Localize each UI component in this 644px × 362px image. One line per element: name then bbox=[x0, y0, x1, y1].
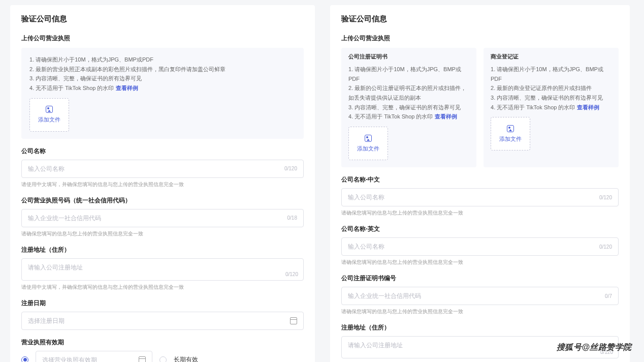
company-name-cn-label: 公司名称-中文 bbox=[341, 175, 619, 184]
calendar-icon bbox=[139, 356, 146, 362]
counter: 0/18 bbox=[287, 215, 297, 221]
validity-date-radio[interactable] bbox=[21, 356, 28, 362]
notice-item: 无不适用于 TikTok Shop 的水印 查看样例 bbox=[29, 83, 296, 93]
counter: 0/120 bbox=[599, 195, 612, 200]
notice-item: 最新的商业登记证原件的照片或扫描件 bbox=[491, 83, 611, 93]
company-name-en-hint: 请确保您填写的信息与您上传的营业执照信息完全一致 bbox=[341, 259, 619, 266]
cert-no-label: 公司注册证明书编号 bbox=[341, 274, 619, 283]
upload-file-button[interactable]: 添加文件 bbox=[491, 117, 530, 150]
right-address-label: 注册地址（住所） bbox=[341, 323, 619, 332]
company-name-hint: 请使用中文填写，并确保您填写的信息与您上传的营业执照信息完全一致 bbox=[21, 181, 304, 188]
left-notice-list: 请确保图片小于10M，格式为JPG、BMP或PDF 最新的营业执照正本或副本的彩… bbox=[29, 55, 296, 93]
counter: 0/120 bbox=[284, 166, 297, 171]
calendar-icon bbox=[290, 317, 297, 324]
company-name-label: 公司名称 bbox=[21, 147, 304, 156]
validity-date-input[interactable] bbox=[42, 356, 139, 362]
left-title: 验证公司信息 bbox=[21, 14, 304, 24]
biz-box-title: 商业登记证 bbox=[491, 53, 611, 61]
notice-item: 无不适用于 TikTok Shop 的水印 查看样例 bbox=[491, 103, 611, 112]
image-upload-icon bbox=[46, 106, 53, 113]
address-input-wrap[interactable]: 0/120 bbox=[21, 258, 304, 281]
upload-file-button[interactable]: 添加文件 bbox=[29, 98, 69, 132]
validity-permanent-label: 长期有效 bbox=[174, 355, 198, 362]
counter: 0/120 bbox=[285, 272, 298, 277]
validity-field: 营业执照有效期 长期有效 bbox=[21, 338, 304, 362]
company-name-cn-hint: 请确保您填写的信息与您上传的营业执照信息完全一致 bbox=[341, 209, 619, 217]
company-name-cn-input-wrap[interactable]: 0/120 bbox=[341, 188, 619, 206]
reg-date-input-wrap[interactable] bbox=[21, 312, 304, 330]
company-name-en-input-wrap[interactable]: 0/120 bbox=[341, 237, 619, 256]
notice-item: 最新的营业执照正本或副本的彩色照片或扫描件，黑白复印件请加盖公司鲜章 bbox=[29, 65, 296, 74]
right-title: 验证公司信息 bbox=[341, 14, 619, 24]
counter: 0/7 bbox=[605, 293, 612, 299]
image-upload-icon bbox=[507, 125, 514, 132]
validity-permanent-radio[interactable] bbox=[159, 356, 167, 362]
right-address-input[interactable] bbox=[348, 342, 612, 349]
license-code-input[interactable] bbox=[28, 215, 287, 222]
address-input[interactable] bbox=[28, 264, 297, 271]
license-code-field: 公司营业执照号码（统一社会信用代码） 0/18 请确保您填写的信息与您上传的营业… bbox=[21, 196, 304, 237]
notice-item: 请确保图片小于10M，格式为JPG、BMP或PDF bbox=[348, 65, 469, 83]
right-panel: 验证公司信息 上传公司营业执照 公司注册证明书 请确保图片小于10M，格式为JP… bbox=[330, 5, 630, 362]
left-notice-box: 请确保图片小于10M，格式为JPG、BMP或PDF 最新的营业执照正本或副本的彩… bbox=[21, 48, 304, 139]
right-upload-title: 上传公司营业执照 bbox=[341, 34, 619, 43]
cert-box-title: 公司注册证明书 bbox=[348, 53, 469, 61]
cert-no-input-wrap[interactable]: 0/7 bbox=[341, 287, 619, 305]
biz-notice-box: 商业登记证 请确保图片小于10M，格式为JPG、BMP或PDF 最新的商业登记证… bbox=[484, 48, 619, 167]
company-name-cn-field: 公司名称-中文 0/120 请确保您填写的信息与您上传的营业执照信息完全一致 bbox=[341, 175, 619, 217]
address-hint: 请使用中文填写，并确保您填写的信息与您上传的营业执照信息完全一致 bbox=[21, 284, 304, 291]
upload-label: 添加文件 bbox=[499, 135, 522, 143]
license-code-label: 公司营业执照号码（统一社会信用代码） bbox=[21, 196, 304, 205]
validity-date-input-wrap[interactable] bbox=[36, 351, 152, 362]
company-name-en-input[interactable] bbox=[348, 243, 599, 250]
left-upload-title: 上传公司营业执照 bbox=[21, 34, 304, 43]
company-name-input-wrap[interactable]: 0/120 bbox=[21, 160, 304, 178]
right-address-field: 注册地址（住所） 0/120 请确保您填写的信息与您上传的营业执照信息完全一致 bbox=[341, 323, 619, 362]
cert-no-input[interactable] bbox=[348, 292, 605, 299]
notice-item: 请确保图片小于10M，格式为JPG、BMP或PDF bbox=[29, 55, 296, 65]
right-address-input-wrap[interactable]: 0/120 bbox=[341, 336, 619, 358]
counter: 0/120 bbox=[599, 244, 612, 250]
notice-item: 无不适用于 TikTok Shop 的水印 查看样例 bbox=[348, 112, 469, 122]
company-name-field: 公司名称 0/120 请使用中文填写，并确保您填写的信息与您上传的营业执照信息完… bbox=[21, 147, 304, 188]
view-sample-link[interactable]: 查看样例 bbox=[116, 85, 138, 91]
validity-label: 营业执照有效期 bbox=[21, 338, 304, 347]
upload-label: 添加文件 bbox=[357, 145, 379, 153]
license-code-input-wrap[interactable]: 0/18 bbox=[21, 209, 304, 227]
notice-item: 内容清晰、完整，确保证书的所有边界可见 bbox=[29, 74, 296, 83]
view-sample-link[interactable]: 查看样例 bbox=[577, 104, 599, 110]
company-name-en-label: 公司名称-英文 bbox=[341, 225, 619, 233]
address-field: 注册地址（住所） 0/120 请使用中文填写，并确保您填写的信息与您上传的营业执… bbox=[21, 246, 304, 291]
company-name-input[interactable] bbox=[28, 165, 284, 172]
upload-file-button[interactable]: 添加文件 bbox=[348, 127, 388, 160]
biz-notice-list: 请确保图片小于10M，格式为JPG、BMP或PDF 最新的商业登记证原件的照片或… bbox=[491, 65, 611, 112]
company-name-en-field: 公司名称-英文 0/120 请确保您填写的信息与您上传的营业执照信息完全一致 bbox=[341, 225, 619, 266]
counter: 0/120 bbox=[600, 349, 613, 355]
notice-item: 内容清晰、完整，确保证书的所有边界可见 bbox=[348, 103, 469, 112]
reg-date-label: 注册日期 bbox=[21, 299, 304, 308]
view-sample-link[interactable]: 查看样例 bbox=[435, 113, 457, 119]
license-code-hint: 请确保您填写的信息与您上传的营业执照信息完全一致 bbox=[21, 230, 304, 237]
notice-item: 请确保图片小于10M，格式为JPG、BMP或PDF bbox=[491, 65, 611, 83]
left-panel: 验证公司信息 上传公司营业执照 请确保图片小于10M，格式为JPG、BMP或PD… bbox=[10, 5, 315, 362]
reg-date-field: 注册日期 bbox=[21, 299, 304, 330]
address-label: 注册地址（住所） bbox=[21, 246, 304, 254]
cert-notice-list: 请确保图片小于10M，格式为JPG、BMP或PDF 最新的公司注册证明书正本的照… bbox=[348, 65, 469, 122]
reg-date-input[interactable] bbox=[28, 317, 290, 324]
notice-item: 内容清晰、完整，确保证书的所有边界可见 bbox=[491, 93, 611, 103]
cert-notice-box: 公司注册证明书 请确保图片小于10M，格式为JPG、BMP或PDF 最新的公司注… bbox=[341, 48, 476, 167]
upload-label: 添加文件 bbox=[38, 116, 60, 124]
image-upload-icon bbox=[365, 135, 372, 142]
notice-item: 最新的公司注册证明书正本的照片或扫描件，如丢失请提供供认证后的副本 bbox=[348, 83, 469, 102]
cert-no-field: 公司注册证明书编号 0/7 请确保您填写的信息与您上传的营业执照信息完全一致 bbox=[341, 274, 619, 315]
cert-no-hint: 请确保您填写的信息与您上传的营业执照信息完全一致 bbox=[341, 308, 619, 315]
company-name-cn-input[interactable] bbox=[348, 194, 599, 201]
